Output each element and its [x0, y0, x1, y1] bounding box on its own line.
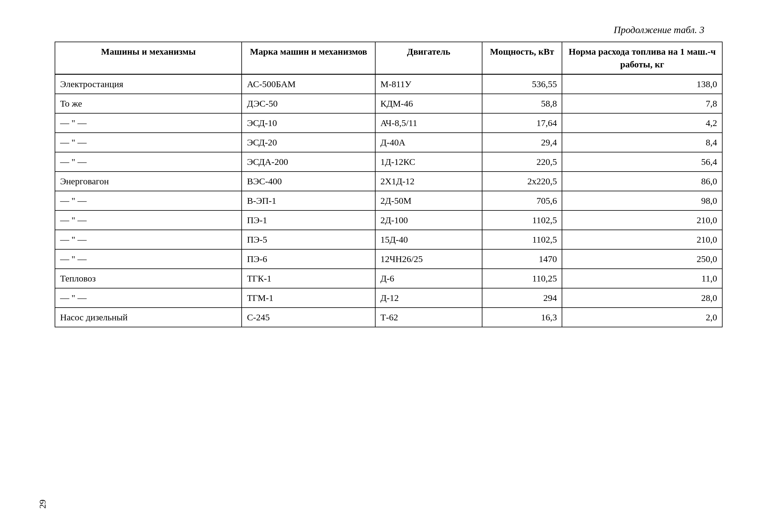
cell-power: 29,4 — [482, 133, 562, 152]
cell-engine: 12ЧН26/25 — [375, 249, 482, 269]
cell-power: 536,55 — [482, 74, 562, 94]
table-row: — " —ТГМ-1Д-1229428,0 — [55, 288, 722, 307]
cell-power: 2x220,5 — [482, 172, 562, 191]
cell-norm: 98,0 — [562, 191, 722, 210]
table-row: ТепловозТГК-1Д-6110,2511,0 — [55, 269, 722, 288]
cell-machine: Тепловоз — [55, 269, 242, 288]
cell-brand: ЭСД-20 — [242, 133, 375, 152]
cell-machine: — " — — [55, 288, 242, 307]
cell-power: 1102,5 — [482, 210, 562, 230]
cell-brand: ДЭС-50 — [242, 94, 375, 113]
cell-brand: ЭСД-10 — [242, 113, 375, 133]
cell-power: 1470 — [482, 249, 562, 269]
cell-machine: Насос дизельный — [55, 307, 242, 327]
cell-norm: 28,0 — [562, 288, 722, 307]
cell-machine: — " — — [55, 191, 242, 210]
cell-engine: М-811У — [375, 74, 482, 94]
header-engine: Двигатель — [375, 42, 482, 74]
page-number: 29 — [37, 500, 48, 509]
table-row: — " —ПЭ-515Д-401102,5210,0 — [55, 230, 722, 249]
table-row: — " —ЭСД-20Д-40А29,48,4 — [55, 133, 722, 152]
cell-engine: 2Д-100 — [375, 210, 482, 230]
cell-power: 294 — [482, 288, 562, 307]
continuation-label: Продолжение табл. 3 — [55, 24, 723, 35]
cell-power: 58,8 — [482, 94, 562, 113]
cell-machine: Электростанция — [55, 74, 242, 94]
cell-norm: 4,2 — [562, 113, 722, 133]
cell-brand: ТГК-1 — [242, 269, 375, 288]
cell-power: 16,3 — [482, 307, 562, 327]
cell-brand: С-245 — [242, 307, 375, 327]
cell-norm: 7,8 — [562, 94, 722, 113]
cell-engine: Д-40А — [375, 133, 482, 152]
cell-power: 17,64 — [482, 113, 562, 133]
cell-brand: ПЭ-6 — [242, 249, 375, 269]
table-row: То жеДЭС-50КДМ-4658,87,8 — [55, 94, 722, 113]
table-row: Насос дизельныйС-245Т-6216,32,0 — [55, 307, 722, 327]
cell-machine: — " — — [55, 113, 242, 133]
cell-machine: — " — — [55, 152, 242, 172]
cell-power: 220,5 — [482, 152, 562, 172]
cell-machine: — " — — [55, 133, 242, 152]
table-row: ЭнерговагонВЭС-4002Х1Д-122x220,586,0 — [55, 172, 722, 191]
cell-brand: В-ЭП-1 — [242, 191, 375, 210]
cell-power: 1102,5 — [482, 230, 562, 249]
cell-machine: — " — — [55, 210, 242, 230]
table-row: — " —ЭСДА-2001Д-12КС220,556,4 — [55, 152, 722, 172]
table-row: — " —ПЭ-612ЧН26/251470250,0 — [55, 249, 722, 269]
header-machines: Машины и механизмы — [55, 42, 242, 74]
cell-engine: 15Д-40 — [375, 230, 482, 249]
cell-engine: 2Х1Д-12 — [375, 172, 482, 191]
cell-machine: — " — — [55, 230, 242, 249]
cell-norm: 210,0 — [562, 210, 722, 230]
cell-engine: Д-6 — [375, 269, 482, 288]
cell-machine: То же — [55, 94, 242, 113]
cell-norm: 86,0 — [562, 172, 722, 191]
cell-norm: 210,0 — [562, 230, 722, 249]
main-table: Машины и механизмы Марка машин и механиз… — [55, 42, 723, 327]
cell-brand: ТГМ-1 — [242, 288, 375, 307]
cell-brand: ЭСДА-200 — [242, 152, 375, 172]
cell-engine: АЧ-8,5/11 — [375, 113, 482, 133]
table-row: — " —ПЭ-12Д-1001102,5210,0 — [55, 210, 722, 230]
cell-brand: ВЭС-400 — [242, 172, 375, 191]
header-brand: Марка машин и механизмов — [242, 42, 375, 74]
header-power: Мощность, кВт — [482, 42, 562, 74]
cell-power: 110,25 — [482, 269, 562, 288]
cell-norm: 8,4 — [562, 133, 722, 152]
table-row: ЭлектростанцияАС-500БАММ-811У536,55138,0 — [55, 74, 722, 94]
cell-norm: 138,0 — [562, 74, 722, 94]
cell-brand: ПЭ-5 — [242, 230, 375, 249]
cell-engine: КДМ-46 — [375, 94, 482, 113]
header-norm: Норма расхода топлива на 1 маш.-ч работы… — [562, 42, 722, 74]
table-row: — " —ЭСД-10АЧ-8,5/1117,644,2 — [55, 113, 722, 133]
cell-norm: 2,0 — [562, 307, 722, 327]
cell-brand: ПЭ-1 — [242, 210, 375, 230]
table-row: — " —В-ЭП-12Д-50М705,698,0 — [55, 191, 722, 210]
cell-engine: Д-12 — [375, 288, 482, 307]
cell-brand: АС-500БАМ — [242, 74, 375, 94]
cell-engine: 2Д-50М — [375, 191, 482, 210]
cell-power: 705,6 — [482, 191, 562, 210]
cell-norm: 56,4 — [562, 152, 722, 172]
cell-engine: Т-62 — [375, 307, 482, 327]
cell-machine: Энерговагон — [55, 172, 242, 191]
page: Продолжение табл. 3 Машины и механизмы М… — [0, 0, 759, 532]
cell-machine: — " — — [55, 249, 242, 269]
cell-engine: 1Д-12КС — [375, 152, 482, 172]
cell-norm: 250,0 — [562, 249, 722, 269]
cell-norm: 11,0 — [562, 269, 722, 288]
